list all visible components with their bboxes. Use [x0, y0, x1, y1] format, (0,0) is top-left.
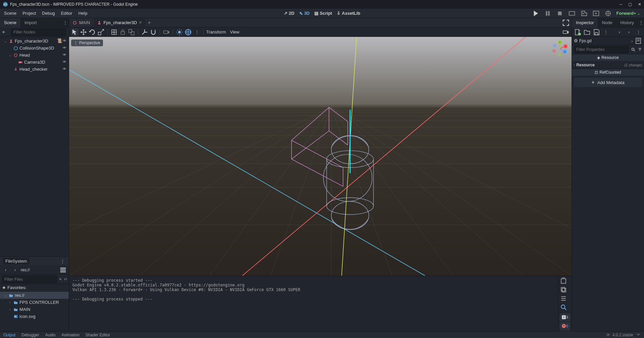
snap-options-icon[interactable]: [110, 28, 118, 36]
filter-properties-input[interactable]: [574, 46, 629, 53]
stop-button[interactable]: [556, 10, 564, 17]
3d-viewport[interactable]: ⋮Perspective X Y Z: [69, 37, 572, 276]
save-resource-icon[interactable]: [593, 28, 600, 36]
sun-preview-icon[interactable]: [176, 28, 183, 36]
scene-tab-Fps_character3D[interactable]: Fps_character3D✕: [94, 18, 146, 27]
renderer-selector[interactable]: Forward+ ⌄: [616, 11, 640, 16]
play-custom-button[interactable]: [592, 10, 600, 17]
rotate-tool-icon[interactable]: [89, 28, 96, 36]
filter-options-icon[interactable]: [638, 46, 642, 53]
workspace-2d[interactable]: ↗2D: [284, 11, 294, 16]
extra-menu-icon[interactable]: ⋮: [602, 28, 609, 36]
scene-node-CollisionShape3D[interactable]: CollisionShape3D: [0, 45, 69, 52]
perspective-dropdown[interactable]: ⋮Perspective: [71, 40, 103, 46]
history-back-icon[interactable]: ‹: [616, 28, 623, 36]
lock-icon[interactable]: [119, 28, 126, 36]
open-docs-icon[interactable]: [635, 37, 642, 45]
fs-item-icon-svg[interactable]: icon.svg: [0, 313, 69, 320]
pause-button[interactable]: [544, 10, 551, 17]
dock-menu-icon[interactable]: ⋮: [59, 257, 66, 265]
search-icon[interactable]: [59, 276, 62, 283]
filesystem-tab[interactable]: FileSystem: [3, 258, 30, 265]
visibility-icon[interactable]: [62, 45, 67, 51]
distraction-free-icon[interactable]: [562, 19, 570, 26]
menu-editor[interactable]: Editor: [61, 11, 72, 16]
select-tool-icon[interactable]: [71, 28, 78, 36]
scene-node-Camera3D[interactable]: Camera3D: [0, 59, 69, 66]
window-minimize-icon[interactable]: ─: [619, 2, 622, 7]
fs-item-FPS-CONTROLLER[interactable]: ›FPS CONTROLLER: [0, 299, 69, 306]
tab-node[interactable]: Node: [598, 18, 616, 27]
menu-help[interactable]: Help: [78, 11, 88, 16]
filter-files-input[interactable]: [2, 276, 57, 283]
fs-item-MAIN[interactable]: ›MAIN: [0, 306, 69, 313]
render-mode-icon[interactable]: [604, 10, 612, 17]
output-search-icon[interactable]: [560, 303, 567, 311]
tab-scene[interactable]: Scene: [0, 18, 20, 27]
view-menu[interactable]: View: [230, 29, 239, 35]
add-node-button[interactable]: +: [2, 28, 5, 36]
output-copy-icon[interactable]: [560, 286, 567, 293]
fs-item-res---[interactable]: ⌄res://: [0, 292, 69, 299]
output-clear-icon[interactable]: [560, 277, 567, 285]
workspace-3d[interactable]: ⬉3D: [299, 11, 310, 16]
visibility-icon[interactable]: [62, 59, 67, 65]
menu-debug[interactable]: Debug: [42, 11, 55, 16]
orientation-gizmo[interactable]: X Y Z: [551, 40, 568, 57]
add-metadata-button[interactable]: + Add Metadata: [574, 78, 642, 87]
bottom-tab-shader-editor[interactable]: Shader Editor: [86, 333, 110, 337]
scene-tree[interactable]: ⌄Fps_character3D📜CollisionShape3D⌄HeadCa…: [0, 37, 69, 147]
output-collapse-icon[interactable]: [560, 295, 567, 302]
menu-project[interactable]: Project: [22, 11, 36, 16]
scene-tab-MAIN[interactable]: MAIN: [69, 18, 94, 27]
bottom-tab-audio[interactable]: Audio: [45, 333, 56, 337]
nav-fwd-icon[interactable]: ›: [11, 266, 19, 274]
inspected-object-row[interactable]: ⚙ Fps.gd ⌄: [572, 37, 644, 45]
fs-sort-icon[interactable]: [64, 276, 67, 283]
filesystem-tree[interactable]: ⌄res://›FPS CONTROLLER›MAINicon.svg: [0, 291, 69, 331]
camera-icon[interactable]: [562, 28, 570, 36]
play-scene-button[interactable]: [580, 10, 588, 17]
filter-nodes-input[interactable]: [11, 28, 66, 36]
output-log[interactable]: --- Debugging process started --- Godot …: [69, 276, 558, 338]
visibility-icon[interactable]: [62, 52, 67, 58]
camera-override-icon[interactable]: [163, 28, 170, 36]
bottom-tab-debugger[interactable]: Debugger: [21, 333, 39, 337]
workspace-script[interactable]: ▤Script: [314, 11, 332, 16]
new-resource-icon[interactable]: [574, 28, 581, 36]
workspace-assetlib[interactable]: ⇩AssetLib: [337, 11, 360, 16]
bottom-tab-animation[interactable]: Animation: [61, 333, 79, 337]
scene-node-Head_checker[interactable]: Head_checker: [0, 66, 69, 73]
scene-node-Fps_character3D[interactable]: ⌄Fps_character3D📜: [0, 38, 69, 45]
window-maximize-icon[interactable]: ▢: [628, 2, 632, 7]
preview-options-icon[interactable]: ⋮: [193, 28, 201, 36]
env-preview-icon[interactable]: [184, 28, 192, 36]
play-button[interactable]: [532, 10, 539, 17]
window-close-icon[interactable]: ✕: [638, 2, 641, 7]
search-icon[interactable]: [631, 46, 636, 53]
snap-icon[interactable]: [150, 28, 157, 36]
msg-count-badge[interactable]: !3: [560, 314, 570, 321]
reimport-icon[interactable]: ⟳: [606, 333, 610, 337]
history-fwd-icon[interactable]: ›: [625, 28, 633, 36]
tab-inspector[interactable]: Inspector: [572, 18, 598, 27]
dock-menu-icon[interactable]: ⋮: [61, 19, 69, 26]
tab-import[interactable]: Import: [20, 18, 41, 27]
scene-node-Head[interactable]: ⌄Head: [0, 52, 69, 59]
visibility-icon[interactable]: [62, 38, 67, 44]
bottom-tab-output[interactable]: Output: [3, 333, 15, 337]
transform-menu[interactable]: Transform: [206, 29, 226, 35]
history-menu-icon[interactable]: ⋮: [635, 28, 642, 36]
add-scene-tab-button[interactable]: +: [145, 20, 153, 26]
resource-property-row[interactable]: › Resource (1 change): [572, 61, 644, 69]
menu-scene[interactable]: Scene: [4, 11, 16, 16]
fs-view-mode-icon[interactable]: [59, 266, 67, 274]
expand-bottom-icon[interactable]: [636, 332, 641, 338]
visibility-icon[interactable]: [62, 66, 67, 72]
err-count-badge[interactable]: ✕0: [560, 322, 570, 330]
move-tool-icon[interactable]: [80, 28, 87, 36]
play-remote-button[interactable]: [568, 10, 576, 17]
tab-history[interactable]: History: [616, 18, 638, 27]
resource-section-header[interactable]: ◈ Resource: [572, 54, 644, 61]
close-tab-icon[interactable]: ✕: [139, 20, 142, 25]
